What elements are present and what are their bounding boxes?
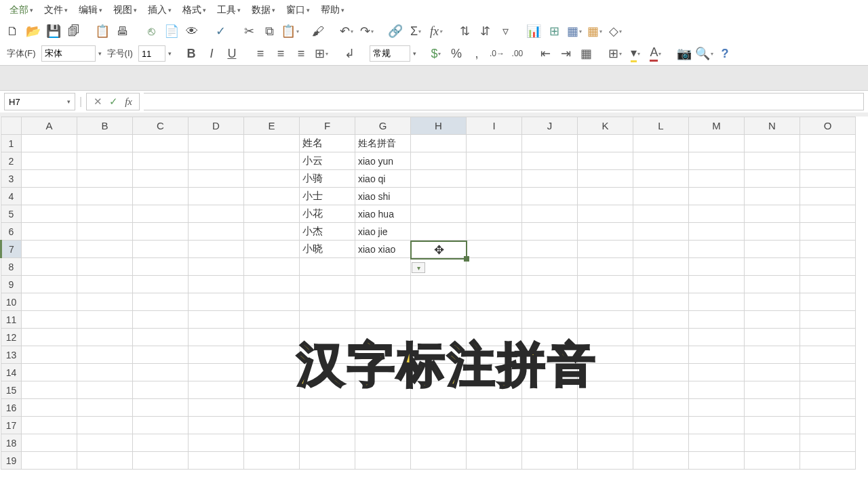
cell-L11[interactable] bbox=[633, 311, 689, 329]
preview-icon[interactable]: 👁 bbox=[183, 22, 201, 40]
new-doc-icon[interactable]: 🗋 bbox=[4, 22, 22, 40]
underline-button[interactable]: U bbox=[223, 45, 241, 62]
open-icon[interactable]: 📂 bbox=[24, 22, 42, 40]
cell-A1[interactable] bbox=[22, 135, 77, 152]
percent-icon[interactable]: % bbox=[448, 45, 465, 62]
cell-O11[interactable] bbox=[800, 311, 856, 329]
cell-K5[interactable] bbox=[578, 205, 633, 223]
cell-F9[interactable] bbox=[300, 276, 355, 293]
cell-F3[interactable]: 小骑 bbox=[300, 170, 355, 188]
cell-D4[interactable] bbox=[189, 188, 244, 205]
font-size-input[interactable] bbox=[138, 45, 165, 62]
col-header-B[interactable]: B bbox=[77, 117, 133, 135]
cell-E16[interactable] bbox=[244, 399, 300, 417]
cell-N4[interactable] bbox=[745, 188, 800, 205]
cell-N18[interactable] bbox=[745, 434, 800, 452]
undo-icon[interactable]: ↶ bbox=[338, 22, 355, 40]
cell-A16[interactable] bbox=[22, 399, 77, 417]
row-header-9[interactable]: 9 bbox=[1, 276, 22, 293]
cell-D1[interactable] bbox=[189, 135, 244, 152]
cell-K2[interactable] bbox=[578, 152, 633, 170]
cell-M10[interactable] bbox=[689, 293, 745, 311]
cell-E11[interactable] bbox=[244, 311, 300, 329]
cell-C16[interactable] bbox=[133, 399, 189, 417]
cell-O14[interactable] bbox=[800, 364, 856, 381]
name-box-dropdown-icon[interactable]: ▾ bbox=[67, 98, 71, 105]
cell-F4[interactable]: 小士 bbox=[300, 188, 355, 205]
comma-icon[interactable]: , bbox=[468, 45, 486, 62]
formula-input[interactable] bbox=[144, 93, 864, 110]
cell-G1[interactable]: 姓名拼音 bbox=[355, 135, 411, 152]
cell-B4[interactable] bbox=[77, 188, 133, 205]
cell-D6[interactable] bbox=[189, 223, 244, 241]
cell-L5[interactable] bbox=[633, 205, 689, 223]
increase-decimal-icon[interactable]: .0→ bbox=[488, 45, 506, 62]
copy-icon[interactable]: ⧉ bbox=[260, 22, 278, 40]
cell-L14[interactable] bbox=[633, 364, 689, 381]
cell-O16[interactable] bbox=[800, 399, 856, 417]
row-header-12[interactable]: 12 bbox=[1, 329, 22, 346]
cell-A15[interactable] bbox=[22, 381, 77, 399]
autofill-options-icon[interactable]: ▾ bbox=[412, 262, 425, 273]
cell-A18[interactable] bbox=[22, 434, 77, 452]
cell-F6[interactable]: 小杰 bbox=[300, 223, 355, 241]
row-header-16[interactable]: 16 bbox=[1, 399, 22, 417]
cell-F10[interactable] bbox=[300, 293, 355, 311]
cell-F5[interactable]: 小花 bbox=[300, 205, 355, 223]
insert-function-icon[interactable]: fx bbox=[125, 96, 132, 108]
cell-J1[interactable] bbox=[522, 135, 578, 152]
cell-D9[interactable] bbox=[189, 276, 244, 293]
cell-E18[interactable] bbox=[244, 434, 300, 452]
row-header-10[interactable]: 10 bbox=[1, 293, 22, 311]
cell-K16[interactable] bbox=[578, 399, 633, 417]
save-as-icon[interactable]: 🗐 bbox=[65, 22, 83, 40]
cell-K9[interactable] bbox=[578, 276, 633, 293]
cell-A12[interactable] bbox=[22, 329, 77, 346]
align-left-icon[interactable]: ≡ bbox=[252, 45, 269, 62]
col-header-M[interactable]: M bbox=[689, 117, 745, 135]
indent-right-icon[interactable]: ⇥ bbox=[557, 45, 575, 62]
col-header-I[interactable]: I bbox=[467, 117, 522, 135]
col-header-D[interactable]: D bbox=[189, 117, 244, 135]
row-header-18[interactable]: 18 bbox=[1, 434, 22, 452]
cell-E7[interactable] bbox=[244, 241, 300, 258]
cell-I1[interactable] bbox=[467, 135, 522, 152]
cell-L8[interactable] bbox=[633, 258, 689, 276]
cell-F16[interactable] bbox=[300, 399, 355, 417]
cell-C19[interactable] bbox=[133, 452, 189, 470]
bg-color-icon[interactable]: ▾ bbox=[627, 45, 644, 62]
decrease-decimal-icon[interactable]: .00 bbox=[509, 45, 526, 62]
cell-C17[interactable] bbox=[133, 417, 189, 434]
cell-G2[interactable]: xiao yun bbox=[355, 152, 411, 170]
cell-G16[interactable] bbox=[355, 399, 411, 417]
cell-I9[interactable] bbox=[467, 276, 522, 293]
cell-G6[interactable]: xiao jie bbox=[355, 223, 411, 241]
export-icon[interactable]: ⎋ bbox=[142, 22, 160, 40]
col-header-F[interactable]: F bbox=[300, 117, 355, 135]
cell-G11[interactable] bbox=[355, 311, 411, 329]
col-header-L[interactable]: L bbox=[633, 117, 689, 135]
cell-E4[interactable] bbox=[244, 188, 300, 205]
cell-F11[interactable] bbox=[300, 311, 355, 329]
cell-M16[interactable] bbox=[689, 399, 745, 417]
cell-E3[interactable] bbox=[244, 170, 300, 188]
cell-L1[interactable] bbox=[633, 135, 689, 152]
format-brush-icon[interactable]: 🖌 bbox=[309, 22, 327, 40]
sort-asc-icon[interactable]: ⇅ bbox=[456, 22, 473, 40]
cell-L16[interactable] bbox=[633, 399, 689, 417]
row-header-4[interactable]: 4 bbox=[1, 188, 22, 205]
number-format-select[interactable] bbox=[370, 45, 410, 62]
row-header-1[interactable]: 1 bbox=[1, 135, 22, 152]
cell-E2[interactable] bbox=[244, 152, 300, 170]
cell-C7[interactable] bbox=[133, 241, 189, 258]
redo-icon[interactable]: ↷ bbox=[358, 22, 376, 40]
row-header-17[interactable]: 17 bbox=[1, 417, 22, 434]
cell-I3[interactable] bbox=[467, 170, 522, 188]
paste-icon[interactable]: 📋 bbox=[281, 22, 298, 40]
col-header-N[interactable]: N bbox=[745, 117, 800, 135]
currency-icon[interactable]: $ bbox=[427, 45, 445, 62]
cell-C10[interactable] bbox=[133, 293, 189, 311]
cell-G19[interactable] bbox=[355, 452, 411, 470]
cell-I19[interactable] bbox=[467, 452, 522, 470]
cell-B5[interactable] bbox=[77, 205, 133, 223]
